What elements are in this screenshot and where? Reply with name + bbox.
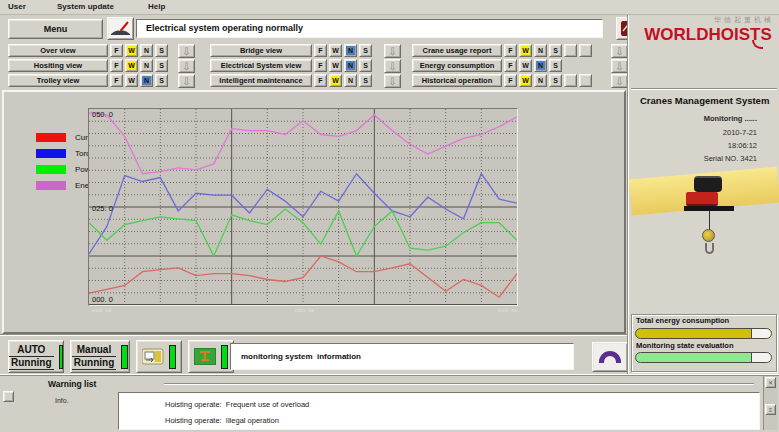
warning-item: Hoisting operate: Frequent use of overlo… (165, 400, 759, 409)
monitoring-label: Monitoring ...... (704, 114, 757, 123)
indicator-S[interactable]: S (549, 44, 562, 57)
view-button-hositing-view[interactable]: Hositing view (8, 59, 108, 72)
warning-list[interactable]: Hoisting operate: Frequent use of overlo… (118, 392, 760, 430)
crane-button[interactable] (188, 340, 234, 373)
time-label: 18:06:12 (728, 141, 757, 150)
evaluation-header: Monitoring state evaluation (636, 341, 734, 350)
indicator-F[interactable]: F (314, 59, 327, 72)
manual-label: Manual (72, 344, 117, 357)
menu-item-user[interactable]: User (8, 2, 26, 11)
manual-running-button[interactable]: Manual Running (70, 340, 130, 373)
down-arrow-button[interactable]: ⇩ (178, 59, 195, 73)
y-axis-tick: 000. 0 (92, 295, 113, 304)
indicator-W[interactable]: W (329, 44, 342, 57)
view-button-energy-consumption[interactable]: Energy consumption (412, 59, 502, 72)
indicator-S[interactable]: S (359, 59, 372, 72)
gauge-icon-button[interactable] (107, 17, 134, 40)
indicator-W[interactable]: W (519, 59, 532, 72)
indicator-F[interactable]: F (110, 74, 123, 87)
equipment-button[interactable] (136, 340, 182, 373)
down-arrow-icon: ⇩ (615, 61, 623, 72)
equipment-status-indicator (169, 345, 176, 369)
x-axis-tick: mm: ss (295, 307, 314, 313)
hoist-body-image (686, 192, 718, 206)
menu-item-system-update[interactable]: System update (57, 2, 114, 11)
indicator-S[interactable]: S (155, 59, 168, 72)
indicator-N[interactable]: N (534, 44, 547, 57)
indicator-F[interactable]: F (314, 44, 327, 57)
down-arrow-icon: ⇩ (615, 76, 623, 87)
down-arrow-button[interactable]: ⇩ (611, 74, 628, 88)
indicator-W[interactable]: W (125, 44, 138, 57)
indicator-blank[interactable] (564, 44, 577, 57)
menu-bar: UserSystem updateHelp (0, 0, 779, 15)
indicator-F[interactable]: F (504, 74, 517, 87)
indicator-N[interactable]: N (534, 74, 547, 87)
down-arrow-button[interactable]: ⇩ (384, 74, 401, 88)
arc-button[interactable] (592, 342, 628, 372)
system-title: Cranes Management System (640, 95, 769, 106)
monitoring-info-field[interactable]: monitoring system information (230, 343, 574, 370)
indicator-S[interactable]: S (155, 74, 168, 87)
view-button-historical-operation[interactable]: Historical operation (412, 74, 502, 87)
indicator-blank[interactable] (579, 44, 592, 57)
indicator-F[interactable]: F (504, 59, 517, 72)
indicator-W[interactable]: W (519, 44, 532, 57)
indicator-W[interactable]: W (329, 74, 342, 87)
auto-running-button[interactable]: AUTO Running (8, 340, 64, 373)
down-arrow-button[interactable]: ⇩ (611, 44, 628, 58)
indicator-N[interactable]: N (140, 74, 153, 87)
view-button-crane-usage-report[interactable]: Crane usage report (412, 44, 502, 57)
indicator-N[interactable]: N (344, 59, 357, 72)
scroll-up-button[interactable]: ✕ (765, 377, 776, 388)
trend-chart (88, 108, 518, 306)
indicator-S[interactable]: S (549, 74, 562, 87)
view-button-intelligent-maintenance[interactable]: Intelligent maintenance (210, 74, 312, 87)
view-row: Trolley viewFWNS⇩ (8, 74, 195, 87)
indicator-W[interactable]: W (329, 59, 342, 72)
indicator-blank[interactable] (579, 74, 592, 87)
indicator-F[interactable]: F (110, 44, 123, 57)
indicator-S[interactable]: S (155, 44, 168, 57)
scroll-thumb[interactable]: ≡ (765, 404, 776, 415)
legend-swatch (36, 149, 66, 158)
down-arrow-button[interactable]: ⇩ (178, 44, 195, 58)
indicator-blank[interactable] (564, 74, 577, 87)
menu-button[interactable]: Menu (8, 19, 103, 39)
down-arrow-button[interactable]: ⇩ (384, 59, 401, 73)
divider (0, 334, 628, 336)
indicator-S[interactable]: S (549, 59, 562, 72)
view-button-over-view[interactable]: Over view (8, 44, 108, 57)
hoist-cable-image (709, 211, 710, 230)
down-arrow-button[interactable]: ⇩ (178, 74, 195, 88)
view-button-bridge-view[interactable]: Bridge view (210, 44, 312, 57)
indicator-S[interactable]: S (359, 44, 372, 57)
indicator-F[interactable]: F (110, 59, 123, 72)
down-arrow-button[interactable]: ⇩ (611, 59, 628, 73)
view-button-electrical-system-view[interactable]: Electrical System view (210, 59, 312, 72)
down-arrow-button[interactable]: ⇩ (384, 44, 401, 58)
status-message-field[interactable]: Electrical system operating normally (136, 19, 603, 38)
indicator-W[interactable]: W (519, 74, 532, 87)
warning-list-header: Warning list (48, 379, 96, 389)
down-arrow-icon: ⇩ (388, 46, 396, 57)
indicator-N[interactable]: N (140, 59, 153, 72)
down-arrow-icon: ⇩ (388, 76, 396, 87)
indicator-N[interactable]: N (344, 44, 357, 57)
splitter-handle[interactable] (3, 391, 14, 402)
y-axis-tick: 050. 0 (92, 110, 113, 119)
menu-item-help[interactable]: Help (148, 2, 165, 11)
view-button-trolley-view[interactable]: Trolley view (8, 74, 108, 87)
indicator-F[interactable]: F (504, 44, 517, 57)
indicator-N[interactable]: N (534, 59, 547, 72)
indicator-S[interactable]: S (359, 74, 372, 87)
date-label: 2010-7-21 (723, 128, 757, 137)
indicator-W[interactable]: W (125, 74, 138, 87)
indicator-N[interactable]: N (140, 44, 153, 57)
warning-scrollbar[interactable]: ✕ ≡ (763, 376, 777, 430)
serial-label: Serial NO. 3421 (704, 154, 757, 163)
evaluation-bar-cap (751, 353, 771, 362)
indicator-F[interactable]: F (314, 74, 327, 87)
indicator-W[interactable]: W (125, 59, 138, 72)
indicator-N[interactable]: N (344, 74, 357, 87)
